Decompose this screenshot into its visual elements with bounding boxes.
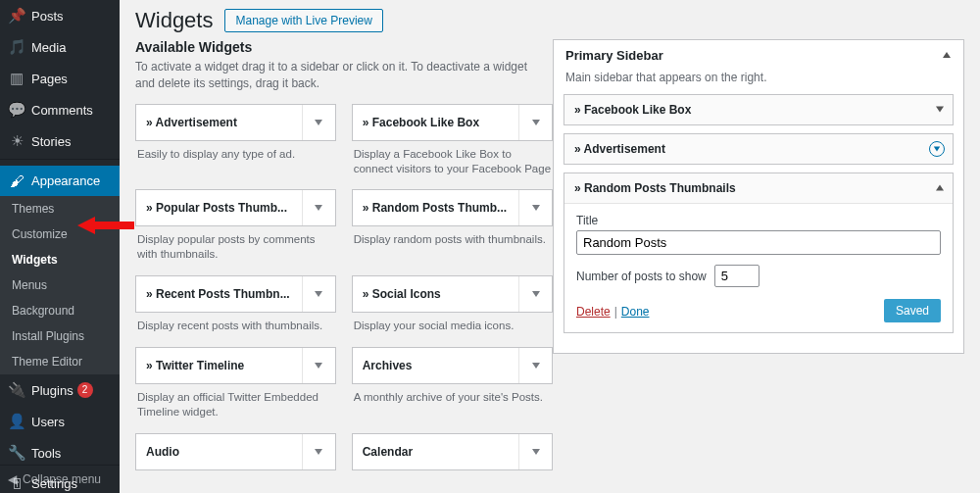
available-widget: » Recent Posts Thumbn...Display recent p… [135,275,336,333]
widget-handle[interactable]: Calendar [352,433,553,470]
count-input[interactable] [714,265,760,287]
chevron-up-icon[interactable] [935,181,945,196]
available-widget: ArchivesA monthly archive of your site's… [352,347,553,419]
svg-marker-8 [532,363,540,369]
story-icon: ☀ [8,132,25,150]
chevron-down-icon[interactable] [302,105,335,140]
chevron-down-icon[interactable] [302,190,335,225]
saved-button[interactable]: Saved [884,299,941,322]
submenu-customize[interactable]: Customize [0,222,120,247]
chevron-down-icon[interactable] [518,276,552,312]
widget-title: » Recent Posts Thumbn... [146,287,325,301]
chevron-down-icon[interactable] [518,434,552,469]
widget-handle[interactable]: Audio [135,433,336,470]
placed-widget-advertisement[interactable]: » Advertisement [564,133,954,165]
widget-title: Calendar [363,445,542,459]
media-icon: 🎵 [8,38,25,56]
widget-desc: Display your social media icons. [352,319,553,333]
available-widget: » Twitter TimelineDisplay an official Tw… [135,347,336,419]
chevron-down-icon[interactable] [518,105,552,140]
sidebar-item-plugins[interactable]: 🔌 Plugins 2 [0,374,120,406]
collapse-menu[interactable]: ◀ Collapse menu [0,465,120,493]
chevron-down-icon[interactable] [302,276,335,312]
submenu-theme-editor[interactable]: Theme Editor [0,349,120,374]
user-icon: 👤 [8,413,25,430]
plug-icon: 🔌 [8,381,25,399]
widget-desc: Display an official Twitter Embedded Tim… [135,390,336,419]
sidebar-item-appearance[interactable]: 🖌 Appearance [0,166,120,196]
widget-form: Title Number of posts to show Delete|Don… [564,203,953,332]
widget-title: » Advertisement [146,116,325,129]
widget-handle[interactable]: » Random Posts Thumb... [352,189,553,226]
available-widget: » AdvertisementEasily to display any typ… [135,104,336,176]
page-title: Widgets [135,8,213,33]
submenu-themes[interactable]: Themes [0,196,120,222]
widget-title: Archives [363,359,542,372]
comment-icon: 💬 [8,101,25,119]
separator [0,159,120,164]
widget-handle[interactable]: » Social Icons [352,275,553,313]
widget-handle[interactable]: » Twitter Timeline [135,347,336,384]
widget-title: » Popular Posts Thumb... [146,201,325,215]
appearance-submenu: Themes Customize Widgets Menus Backgroun… [0,196,120,374]
placed-widget-random-posts-header[interactable]: » Random Posts Thumbnails [564,173,953,203]
chevron-down-icon[interactable] [935,103,945,118]
svg-marker-14 [936,185,944,191]
sidebar-item-users[interactable]: 👤 Users [0,406,120,437]
widget-handle[interactable]: » Advertisement [135,104,336,141]
widget-desc: Display random posts with thumbnails. [352,232,553,247]
sidebar-item-posts[interactable]: 📌 Posts [0,0,120,31]
widget-title: » Twitter Timeline [146,359,325,372]
available-widget: » Social IconsDisplay your social media … [352,275,553,333]
chevron-down-icon[interactable] [518,348,552,383]
available-heading: Available Widgets [135,39,533,55]
chevron-down-icon[interactable] [302,348,335,383]
submenu-background[interactable]: Background [0,298,120,323]
svg-marker-5 [315,291,322,297]
live-preview-button[interactable]: Manage with Live Preview [224,9,382,32]
pin-icon: 📌 [8,7,25,25]
widget-title: Audio [146,445,325,459]
sidebar-item-pages[interactable]: ▥ Pages [0,63,120,94]
widget-handle[interactable]: » Recent Posts Thumbn... [135,275,336,313]
title-input[interactable] [576,230,941,255]
svg-marker-7 [315,363,322,369]
submenu-widgets[interactable]: Widgets [0,247,120,272]
svg-marker-9 [315,449,322,455]
widget-title: » Random Posts Thumb... [363,201,542,215]
sidebar-item-media[interactable]: 🎵 Media [0,31,120,63]
page-icon: ▥ [8,70,25,87]
available-desc: To activate a widget drag it to a sideba… [135,59,533,92]
chevron-down-icon[interactable] [518,190,552,225]
chevron-down-icon[interactable] [302,434,335,469]
chevron-down-icon[interactable] [929,141,945,157]
primary-sidebar-header[interactable]: Primary Sidebar [554,40,963,71]
placed-widget-facebook[interactable]: » Facebook Like Box [564,94,954,125]
title-label: Title [576,214,941,227]
main-content: Widgets Manage with Live Preview Availab… [120,0,980,493]
sidebar-areas-column: Primary Sidebar Main sidebar that appear… [553,39,964,484]
collapse-icon: ◀ [8,472,17,486]
svg-marker-10 [532,449,540,455]
widget-title: » Facebook Like Box [363,116,542,129]
widget-handle[interactable]: » Popular Posts Thumb... [135,189,336,226]
widget-handle[interactable]: » Facebook Like Box [352,104,553,141]
available-widgets-column: Available Widgets To activate a widget d… [135,39,533,484]
available-widget: Calendar [352,433,553,470]
delete-link[interactable]: Delete [576,305,611,319]
submenu-menus[interactable]: Menus [0,272,120,298]
chevron-up-icon [942,48,952,63]
svg-marker-13 [934,147,940,152]
placed-widget-random-posts: » Random Posts Thumbnails Title N [564,173,954,333]
widget-desc: Display a Facebook Like Box to connect v… [352,147,553,176]
widget-handle[interactable]: Archives [352,347,553,384]
sidebar-item-comments[interactable]: 💬 Comments [0,94,120,125]
sidebar-item-stories[interactable]: ☀ Stories [0,125,120,157]
widget-desc: Display recent posts with thumbnails. [135,319,336,333]
plugins-update-badge: 2 [77,382,93,398]
submenu-install-plugins[interactable]: Install Plugins [0,323,120,349]
svg-marker-4 [532,205,540,211]
done-link[interactable]: Done [621,305,650,319]
primary-sidebar-desc: Main sidebar that appears on the right. [554,71,963,94]
svg-marker-3 [315,205,322,211]
